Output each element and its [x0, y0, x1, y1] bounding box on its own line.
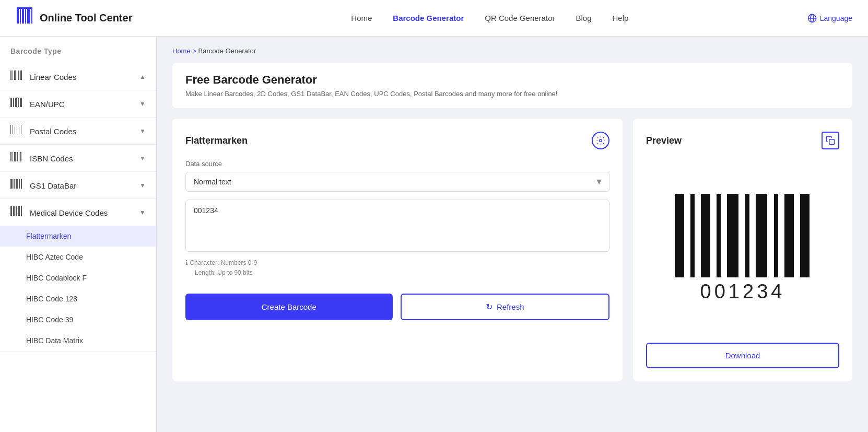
copy-icon-button[interactable] — [822, 132, 839, 149]
medical-device-codes-label: Medical Device Codes — [30, 208, 108, 217]
svg-rect-26 — [19, 127, 19, 134]
sidebar-section-postal-codes: Postal Codes ▼ — [0, 118, 156, 145]
medical-codes-chevron: ▼ — [139, 209, 146, 216]
site-title: Online Tool Center — [40, 12, 132, 24]
main-layout: Barcode Type Linear Codes — [0, 37, 868, 432]
left-panel-title: Flattermarken — [185, 135, 248, 146]
svg-rect-31 — [17, 152, 18, 161]
sidebar-item-isbn-codes[interactable]: ISBN Codes ▼ — [0, 145, 156, 171]
nav-barcode-generator[interactable]: Barcode Generator — [393, 14, 464, 22]
sidebar-item-gs1-databar[interactable]: GS1 DataBar ▼ — [0, 172, 156, 199]
nav-qr-generator[interactable]: QR Code Generator — [485, 14, 555, 22]
svg-rect-35 — [14, 179, 15, 189]
linear-codes-chevron: ▲ — [139, 73, 146, 80]
sidebar-item-postal-codes[interactable]: Postal Codes ▼ — [0, 118, 156, 144]
svg-rect-49 — [717, 194, 721, 277]
svg-rect-4 — [27, 9, 30, 24]
svg-rect-12 — [14, 71, 16, 80]
svg-rect-5 — [31, 9, 32, 24]
svg-rect-55 — [800, 194, 810, 277]
svg-rect-45 — [829, 139, 835, 145]
postal-codes-label: Postal Codes — [30, 127, 76, 136]
language-selector[interactable]: Language — [807, 14, 852, 23]
postal-codes-chevron: ▼ — [139, 127, 146, 135]
svg-rect-47 — [690, 194, 695, 277]
nav-home[interactable]: Home — [351, 14, 372, 22]
breadcrumb-current: Barcode Generator — [198, 47, 256, 55]
sidebar-subitem-hibc-code39[interactable]: HIBC Code 39 — [0, 309, 156, 330]
linear-codes-label: Linear Codes — [30, 73, 76, 81]
header: Online Tool Center Home Barcode Generato… — [0, 0, 868, 37]
svg-rect-1 — [20, 9, 21, 24]
svg-rect-54 — [784, 194, 794, 277]
create-barcode-button[interactable]: Create Barcode — [185, 294, 393, 320]
svg-rect-0 — [17, 9, 19, 24]
gs1-databar-chevron: ▼ — [139, 182, 146, 189]
sidebar-subitem-flattermarken[interactable]: Flattermarken — [0, 226, 156, 247]
svg-rect-22 — [10, 129, 11, 134]
barcode-input[interactable]: 001234 — [185, 200, 609, 252]
language-label: Language — [820, 14, 852, 22]
svg-rect-51 — [745, 194, 749, 277]
svg-rect-24 — [15, 127, 15, 134]
svg-rect-34 — [10, 179, 13, 189]
svg-rect-13 — [17, 71, 17, 80]
svg-rect-52 — [756, 194, 767, 277]
svg-rect-32 — [19, 152, 19, 161]
right-panel-header: Preview — [646, 132, 839, 149]
refresh-icon: ↻ — [486, 302, 492, 312]
svg-rect-11 — [13, 71, 13, 80]
ean-upc-icon — [10, 99, 25, 109]
svg-rect-42 — [18, 206, 20, 216]
sidebar-section-isbn-codes: ISBN Codes ▼ — [0, 145, 156, 172]
svg-rect-41 — [16, 206, 17, 216]
svg-rect-15 — [20, 71, 22, 80]
svg-rect-6 — [17, 7, 32, 9]
breadcrumb-home[interactable]: Home — [172, 47, 191, 55]
linear-codes-icon — [10, 72, 25, 82]
svg-rect-53 — [774, 194, 778, 277]
right-panel-title: Preview — [646, 135, 682, 146]
hint-character: ℹ Character: Numbers 0-9 — [185, 258, 609, 268]
svg-rect-37 — [19, 179, 20, 189]
main-nav: Home Barcode Generator QR Code Generator… — [172, 14, 807, 22]
barcode-image: 001234 — [659, 183, 826, 319]
info-icon: ℹ — [185, 259, 188, 266]
download-button[interactable]: Download — [646, 343, 839, 368]
data-source-wrapper: Normal text Hex Base64 ▼ — [185, 172, 609, 192]
svg-rect-18 — [15, 98, 17, 107]
data-source-select[interactable]: Normal text Hex Base64 — [185, 172, 609, 192]
nav-help[interactable]: Help — [613, 14, 629, 22]
medical-codes-icon — [10, 207, 25, 218]
sidebar-subitem-hibc-aztec[interactable]: HIBC Aztec Code — [0, 247, 156, 267]
isbn-codes-icon — [10, 153, 25, 164]
settings-icon-button[interactable] — [592, 132, 609, 149]
sidebar-subitem-hibc-codablock[interactable]: HIBC Codablock F — [0, 267, 156, 288]
svg-rect-17 — [13, 98, 14, 107]
svg-rect-14 — [18, 71, 19, 80]
nav-blog[interactable]: Blog — [576, 14, 591, 22]
sidebar-section-gs1-databar: GS1 DataBar ▼ — [0, 172, 156, 199]
sidebar-item-linear-codes[interactable]: Linear Codes ▲ — [0, 63, 156, 90]
svg-rect-2 — [22, 9, 24, 24]
isbn-codes-label: ISBN Codes — [30, 154, 73, 163]
svg-point-44 — [600, 139, 602, 142]
svg-rect-38 — [21, 179, 22, 189]
page-header: Free Barcode Generator Make Linear Barco… — [172, 63, 852, 108]
svg-rect-33 — [20, 152, 21, 161]
svg-rect-46 — [675, 194, 684, 277]
postal-codes-icon — [10, 126, 25, 136]
sidebar-subitem-hibc-datamatrix[interactable]: HIBC Data Matrix — [0, 330, 156, 351]
svg-rect-27 — [21, 125, 21, 134]
page-subtitle: Make Linear Barcodes, 2D Codes, GS1 Data… — [185, 90, 839, 98]
svg-rect-48 — [701, 194, 710, 277]
refresh-button[interactable]: ↻ Refresh — [401, 294, 610, 320]
gs1-databar-label: GS1 DataBar — [30, 181, 76, 190]
sidebar-subitem-hibc-code128[interactable]: HIBC Code 128 — [0, 288, 156, 309]
sidebar-item-ean-upc[interactable]: EAN/UPC ▼ — [0, 90, 156, 117]
left-panel: Flattermarken Data source Normal text He… — [172, 119, 623, 381]
svg-rect-3 — [25, 9, 26, 24]
svg-rect-25 — [17, 125, 17, 134]
data-source-label: Data source — [185, 160, 609, 168]
sidebar-item-medical-device-codes[interactable]: Medical Device Codes ▼ — [0, 199, 156, 226]
